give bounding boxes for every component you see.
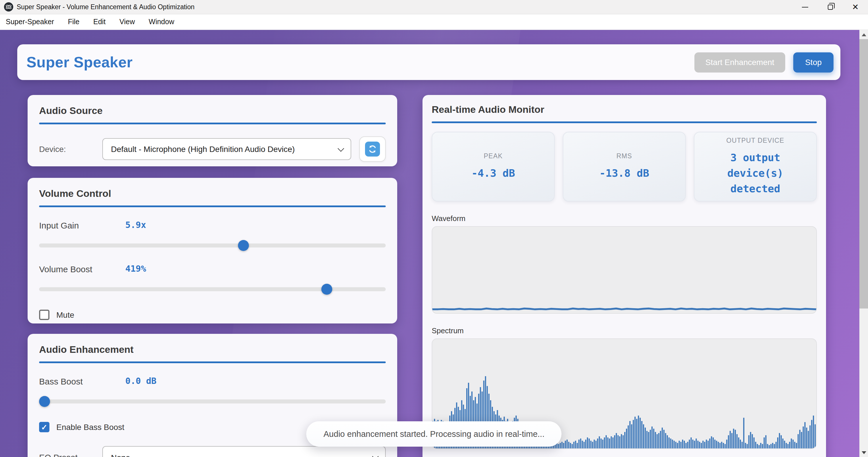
start-enhancement-button[interactable]: Start Enhancement (694, 52, 785, 72)
slider-thumb[interactable] (321, 284, 332, 295)
triangle-up-icon (861, 33, 866, 36)
stop-button[interactable]: Stop (793, 52, 834, 72)
section-divider (39, 122, 386, 124)
chevron-down-icon (372, 453, 379, 457)
refresh-icon (365, 142, 380, 156)
bass-boost-label: Bass Boost (39, 376, 125, 386)
menu-view[interactable]: View (120, 18, 135, 26)
menu-window[interactable]: Window (149, 18, 174, 26)
volume-boost-label: Volume Boost (39, 264, 125, 274)
close-button[interactable]: ✕ (843, 0, 868, 14)
menu-bar: Super-Speaker File Edit View Window (0, 15, 868, 30)
output-device-value: 3 output device(s) detected (703, 150, 808, 196)
volume-control-title: Volume Control (39, 188, 386, 200)
app-icon (4, 2, 13, 11)
device-select[interactable]: Default - Microphone (High Definition Au… (102, 138, 351, 160)
page-title: Super Speaker (26, 53, 132, 71)
section-divider (432, 121, 817, 123)
toast-notification: Audio enhancement started. Processing au… (306, 421, 562, 447)
mute-checkbox-row[interactable]: Mute (39, 310, 386, 320)
waveform-label: Waveform (432, 214, 817, 223)
refresh-devices-button[interactable] (359, 136, 386, 162)
main-content: Super Speaker Start Enhancement Stop Aud… (0, 30, 868, 457)
menu-super-speaker[interactable]: Super-Speaker (6, 18, 54, 26)
menu-edit[interactable]: Edit (93, 18, 105, 26)
app-window: Super Speaker - Volume Enhancement & Aud… (0, 0, 868, 457)
volume-control-section: Volume Control Input Gain 5.9x Volume Bo… (28, 178, 397, 323)
scrollbar-down-arrow[interactable] (859, 448, 868, 457)
header-card: Super Speaker Start Enhancement Stop (17, 44, 840, 80)
menu-file[interactable]: File (68, 18, 79, 26)
slider-track (39, 287, 386, 291)
rms-label: RMS (617, 152, 632, 160)
close-icon: ✕ (852, 3, 859, 11)
output-device-label: OUTPUT DEVICE (726, 137, 784, 144)
eq-preset-label: EQ Preset (39, 453, 102, 457)
section-divider (39, 362, 386, 363)
minimize-button[interactable] (792, 0, 817, 14)
eq-preset-value: None (111, 453, 130, 457)
input-gain-slider[interactable] (39, 240, 386, 251)
eq-preset-select[interactable]: None (102, 446, 386, 457)
minimize-icon (802, 7, 808, 7)
rms-value: -13.8 dB (599, 165, 649, 181)
slider-thumb[interactable] (238, 240, 249, 251)
triangle-down-icon (861, 451, 866, 454)
restore-button[interactable] (817, 0, 843, 14)
slider-track (39, 399, 386, 403)
scrollbar-up-arrow[interactable] (859, 30, 868, 39)
bass-boost-slider[interactable] (39, 396, 386, 407)
chevron-down-icon (338, 145, 344, 152)
peak-value: -4.3 dB (471, 165, 515, 181)
audio-source-section: Audio Source Device: Default - Microphon… (28, 95, 397, 166)
slider-track (39, 244, 386, 248)
waveform-canvas (432, 226, 817, 314)
titlebar: Super Speaker - Volume Enhancement & Aud… (0, 0, 868, 15)
waveform-chart (432, 227, 816, 313)
peak-stat-card: PEAK -4.3 dB (432, 132, 555, 201)
monitor-section: Real-time Audio Monitor PEAK -4.3 dB RMS… (423, 95, 826, 457)
audio-enhancement-title: Audio Enhancement (39, 344, 386, 356)
slider-thumb[interactable] (39, 396, 50, 407)
scrollbar-thumb[interactable] (859, 39, 868, 309)
device-select-value: Default - Microphone (High Definition Au… (111, 144, 295, 154)
audio-source-title: Audio Source (39, 105, 386, 117)
mute-label: Mute (56, 310, 74, 319)
restore-icon (828, 4, 833, 9)
enable-bass-boost-label: Enable Bass Boost (56, 423, 124, 432)
bass-boost-value: 0.0 dB (125, 376, 156, 386)
toast-message: Audio enhancement started. Processing au… (323, 429, 545, 438)
section-divider (39, 205, 386, 207)
vertical-scrollbar[interactable] (859, 30, 868, 457)
device-label: Device: (39, 144, 102, 154)
monitor-title: Real-time Audio Monitor (432, 104, 817, 116)
input-gain-value: 5.9x (125, 220, 146, 230)
output-device-stat-card: OUTPUT DEVICE 3 output device(s) detecte… (694, 132, 817, 201)
window-title: Super Speaker - Volume Enhancement & Aud… (17, 3, 194, 10)
peak-label: PEAK (484, 152, 503, 160)
spectrum-label: Spectrum (432, 326, 817, 335)
rms-stat-card: RMS -13.8 dB (563, 132, 686, 201)
volume-boost-value: 419% (125, 264, 146, 274)
input-gain-label: Input Gain (39, 220, 125, 230)
mute-checkbox[interactable] (39, 310, 50, 320)
volume-boost-slider[interactable] (39, 284, 386, 295)
enable-bass-boost-checkbox[interactable] (39, 422, 50, 432)
